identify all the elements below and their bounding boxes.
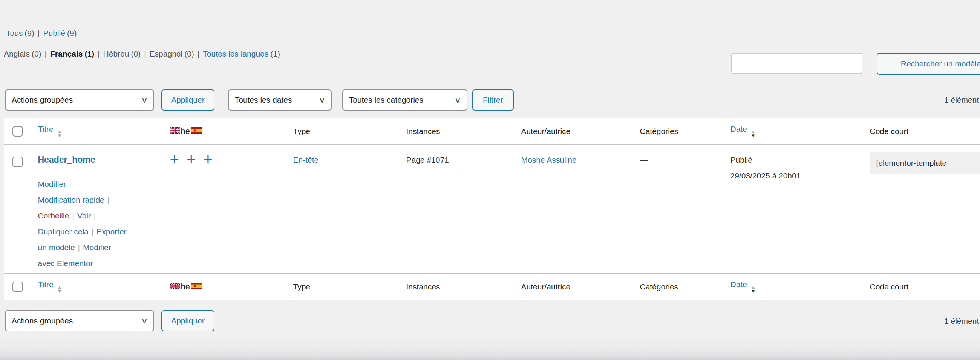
filter-all-link[interactable]: Tous [6, 29, 22, 37]
table-footer-row: Titre▲▼ he Type Instances Auteur/autrice… [4, 274, 980, 300]
title-cell: Header_home Modifier| Modification rapid… [33, 144, 165, 274]
search-template-button[interactable]: Rechercher un modèle [877, 53, 980, 75]
uk-flag-icon [170, 127, 180, 134]
sort-title-link[interactable]: Titre [38, 125, 54, 133]
categories-filter-select[interactable]: Toutes les catégories ∨ [342, 90, 468, 110]
bulk-actions-label: Actions groupées [12, 96, 73, 104]
search-input[interactable] [731, 53, 862, 74]
action-edit-with-elementor-cont[interactable]: avec Elementor [38, 259, 93, 267]
apply-button-bottom[interactable]: Appliquer [161, 310, 215, 331]
bottom-shadow [0, 335, 980, 360]
date-value: 29/03/2025 à 20h01 [730, 168, 861, 184]
bulk-actions-select[interactable]: Actions groupées ∨ [5, 90, 154, 110]
column-footer-shortcode: Code court [865, 274, 980, 300]
table-header-row: Titre▲▼ he Type Instances Auteur/autrice… [4, 118, 980, 144]
languages-cell: +++ [165, 144, 289, 274]
lang-spanish-link[interactable]: Espagnol [150, 50, 183, 58]
column-header-instances: Instances [402, 118, 517, 144]
select-all-checkbox[interactable] [13, 126, 23, 137]
categories-value: — [640, 155, 648, 164]
separator: | [38, 29, 40, 37]
add-translation-icon[interactable]: + [186, 152, 196, 167]
column-footer-author: Auteur/autrice [517, 274, 635, 300]
templates-list-page: Tous(9)|Publié(9) Anglais(0)|Français(1)… [0, 0, 980, 360]
column-header-date: Date▲▼ [726, 118, 865, 144]
column-header-author: Auteur/autrice [517, 118, 635, 144]
action-export-template[interactable]: Exporter [97, 227, 126, 236]
column-header-languages: he [165, 118, 289, 144]
instances-value: Page #1071 [406, 155, 449, 164]
column-footer-type: Type [289, 274, 402, 300]
dates-filter-select[interactable]: Toutes les dates ∨ [228, 90, 332, 110]
template-title-link[interactable]: Header_home [38, 154, 95, 165]
chevron-down-icon: ∨ [454, 96, 461, 104]
uk-flag-icon [170, 283, 180, 290]
author-link[interactable]: Moshe Assuline [521, 155, 577, 164]
hebrew-language-label: he [181, 282, 190, 291]
sort-title-link-footer[interactable]: Titre [38, 280, 54, 289]
top-toolbar: Actions groupées ∨ Appliquer Toutes les … [5, 90, 514, 110]
add-translation-icon[interactable]: + [204, 152, 213, 167]
lang-hebrew-link[interactable]: Hébreu [103, 50, 129, 58]
categories-cell: — [635, 144, 726, 274]
column-footer-title: Titre▲▼ [33, 274, 165, 300]
action-view[interactable]: Voir [77, 211, 91, 220]
action-quick-edit[interactable]: Modification rapide [38, 195, 104, 204]
column-header-categories: Catégories [635, 118, 726, 144]
separator: | [98, 50, 100, 58]
apply-button[interactable]: Appliquer [161, 90, 215, 110]
status-filter-links: Tous(9)|Publié(9) [6, 29, 77, 38]
type-cell: En-tête [289, 144, 402, 274]
lang-all-link[interactable]: Toutes les langues [203, 50, 268, 58]
template-type-link[interactable]: En-tête [293, 155, 319, 164]
sort-desc-icon[interactable]: ▼ [751, 134, 756, 138]
filter-published-count: (9) [67, 29, 77, 37]
bottom-toolbar: Actions groupées ∨ Appliquer [5, 310, 215, 331]
templates-table: Titre▲▼ he Type Instances Auteur/autrice… [4, 118, 980, 300]
sort-desc-icon[interactable]: ▼ [57, 134, 62, 138]
author-cell: Moshe Assuline [517, 144, 635, 274]
shortcode-input[interactable] [870, 152, 980, 174]
select-all-checkbox-footer[interactable] [13, 282, 23, 292]
dates-filter-label: Toutes les dates [235, 96, 292, 104]
column-footer-languages: he [165, 274, 289, 300]
sort-desc-icon[interactable]: ▼ [751, 289, 756, 293]
column-footer-instances: Instances [402, 274, 517, 300]
chevron-down-icon: ∨ [142, 96, 148, 104]
filter-published-link[interactable]: Publié [43, 29, 65, 37]
shortcode-cell [865, 144, 980, 274]
column-header-title: Titre▲▼ [33, 118, 165, 144]
row-actions: Modifier| Modification rapide| Corbeille… [38, 176, 136, 271]
items-count: 1 élément [944, 96, 979, 104]
hebrew-language-label: he [181, 126, 190, 136]
column-footer-categories: Catégories [635, 274, 726, 300]
add-translation-icon[interactable]: + [170, 152, 180, 167]
row-select-checkbox[interactable] [13, 157, 23, 167]
chevron-down-icon: ∨ [142, 316, 148, 325]
date-cell: Publié 29/03/2025 à 20h01 [726, 144, 865, 274]
separator: | [197, 50, 199, 58]
language-filter-links: Anglais(0)|Français(1)|Hébreu(0)|Espagno… [4, 50, 280, 59]
column-footer-date: Date▲▼ [726, 274, 865, 300]
lang-english-link[interactable]: Anglais [4, 50, 30, 58]
action-trash[interactable]: Corbeille [38, 211, 69, 220]
action-export-template-cont[interactable]: un modèle [38, 243, 75, 252]
filter-all-count: (9) [24, 29, 34, 37]
spain-flag-icon [191, 283, 202, 290]
bulk-actions-select-bottom[interactable]: Actions groupées ∨ [5, 310, 154, 331]
column-header-shortcode: Code court [865, 118, 980, 144]
categories-filter-label: Toutes les catégories [349, 96, 423, 104]
lang-french-current: Français [50, 50, 83, 58]
spain-flag-icon [191, 127, 202, 134]
sort-date-link[interactable]: Date [730, 125, 747, 133]
action-edit-with-elementor[interactable]: Modifier [83, 243, 111, 252]
instances-cell: Page #1071 [402, 144, 517, 274]
sort-date-link-footer[interactable]: Date [730, 280, 747, 289]
items-count-bottom: 1 élément [944, 317, 979, 326]
status-value: Publié [730, 152, 861, 168]
action-duplicate[interactable]: Dupliquer cela [38, 227, 89, 236]
table-row: Header_home Modifier| Modification rapid… [4, 144, 980, 274]
action-edit[interactable]: Modifier [38, 180, 66, 188]
sort-desc-icon[interactable]: ▼ [57, 289, 62, 293]
filter-button[interactable]: Filtrer [472, 90, 514, 110]
